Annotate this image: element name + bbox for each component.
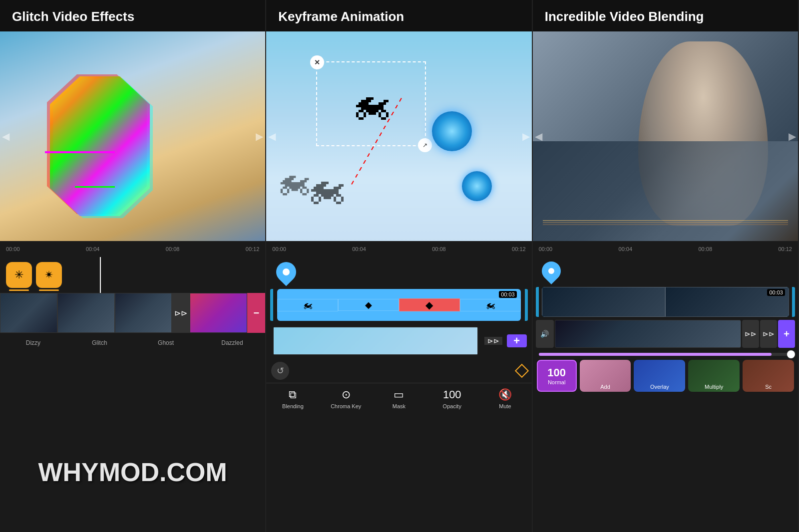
panel-blending: Incredible Video Blending ◀ ▶ 00:00 00:0… bbox=[533, 0, 799, 532]
panel-blending-header: Incredible Video Blending bbox=[533, 0, 798, 31]
kf-selection-box[interactable]: ✕ ↗ 🏍 bbox=[316, 61, 426, 146]
preset-sc[interactable]: Sc bbox=[743, 360, 794, 392]
kf-timeline-area: 🏍 ◆ ◆ 🏍 00:03 ⊳⊳ + ↺ ⧉ Ble bbox=[266, 257, 531, 532]
blend-vol-btn[interactable]: 🔊 bbox=[536, 320, 554, 348]
kf-pin[interactable] bbox=[272, 258, 301, 286]
kf-time-12: 00:12 bbox=[512, 246, 526, 252]
glitch-effect-labels: Dizzy Glitch Ghost Dazzled bbox=[0, 334, 265, 352]
time-8: 00:08 bbox=[166, 246, 180, 252]
blend-next-arrow-icon[interactable]: ▶ bbox=[789, 130, 796, 142]
blend-pin-inner bbox=[548, 268, 554, 274]
kf-time-markers: 00:00 00:04 00:08 00:12 bbox=[270, 246, 527, 252]
keyframe-video-preview: 🏍 🏍 ✕ ↗ 🏍 ◀ ▶ bbox=[266, 31, 531, 241]
opacity-icon: 100 bbox=[443, 388, 461, 401]
blend-add-btn[interactable]: + bbox=[778, 320, 795, 348]
strip-ghost[interactable] bbox=[115, 293, 172, 333]
kf-next-arrow-icon[interactable]: ▶ bbox=[522, 130, 530, 142]
panel-keyframe: Keyframe Animation 🏍 🏍 ✕ ↗ 🏍 ◀ ▶ 00:00 0… bbox=[266, 0, 532, 532]
preset-multiply-label: Multiply bbox=[688, 384, 740, 390]
tool-mask[interactable]: ▭ Mask bbox=[373, 388, 425, 409]
glitch-figure bbox=[30, 66, 170, 226]
keyframe-bg: 🏍 🏍 ✕ ↗ 🏍 bbox=[266, 31, 531, 241]
label-glitch: Glitch bbox=[66, 339, 133, 346]
preset-overlay[interactable]: Overlay bbox=[634, 360, 685, 392]
blend-prev-arrow-icon[interactable]: ◀ bbox=[535, 130, 542, 142]
blend-clip-time: 00:03 bbox=[767, 289, 785, 296]
glitch-bg bbox=[0, 31, 265, 241]
blend-pin[interactable] bbox=[538, 258, 565, 284]
blend-city bbox=[533, 141, 798, 241]
blend-skip-btn-2[interactable]: ⊳⊳ bbox=[760, 320, 777, 348]
next-arrow-icon[interactable]: ▶ bbox=[256, 130, 263, 142]
label-dizzy: Dizzy bbox=[0, 339, 66, 346]
blend-clip-right-border bbox=[792, 287, 795, 317]
kf-diamond-icon[interactable] bbox=[515, 364, 529, 378]
blend-presets-row: 100 Normal Add Overlay Multiply Sc bbox=[533, 360, 798, 396]
kf-clip-cell-1: 🏍 bbox=[277, 299, 338, 311]
blend-clip-left-border bbox=[536, 287, 539, 317]
panel-blending-title: Incredible Video Blending bbox=[545, 9, 786, 24]
prev-arrow-icon[interactable]: ◀ bbox=[2, 130, 9, 142]
blend-clip-row: 00:03 bbox=[533, 285, 798, 319]
preset-multiply[interactable]: Multiply bbox=[688, 360, 740, 392]
chromakey-icon: ⊙ bbox=[342, 388, 351, 401]
moto-main: 🏍 bbox=[317, 62, 425, 145]
glitch-time-markers: 00:00 00:04 00:08 00:12 bbox=[4, 246, 261, 252]
panel-glitch: Glitch Video Effects ◀ ▶ 00:00 00:04 00:… bbox=[0, 0, 266, 532]
strip-skip-btn[interactable]: ⊳⊳ bbox=[172, 293, 190, 333]
kf-scrub-row: ↺ bbox=[266, 359, 531, 383]
blend-clip-track[interactable]: 00:03 bbox=[542, 287, 789, 317]
preset-normal[interactable]: 100 Normal bbox=[537, 360, 577, 392]
blend-skip-btn[interactable]: ⊳⊳ bbox=[742, 320, 759, 348]
mask-icon: ▭ bbox=[394, 388, 404, 401]
kf-orb-large bbox=[432, 111, 472, 151]
mask-label: Mask bbox=[393, 403, 405, 409]
blend-bg-track-row: 🔊 ⊳⊳ ⊳⊳ + bbox=[536, 320, 795, 348]
time-0: 00:00 bbox=[6, 246, 20, 252]
blend-bg-cell bbox=[555, 320, 741, 348]
blend-time-4: 00:04 bbox=[619, 246, 633, 252]
mute-icon: 🔇 bbox=[498, 388, 512, 401]
panel-glitch-header: Glitch Video Effects bbox=[0, 0, 265, 31]
kf-bg-cell bbox=[273, 327, 477, 355]
opacity-label: Opacity bbox=[443, 403, 461, 409]
glitch-effects-area: ✳ ✴ ⊳⊳ − WHYMOD.COM Dizzy Glitch Ghost D… bbox=[0, 257, 265, 532]
label-ghost: Ghost bbox=[133, 339, 199, 346]
kf-add-btn[interactable]: + bbox=[507, 334, 527, 347]
blend-opacity-slider[interactable] bbox=[539, 353, 792, 356]
kf-end-btn[interactable]: ⊳⊳ bbox=[484, 337, 502, 345]
blend-slider-thumb[interactable] bbox=[787, 350, 795, 358]
panel-keyframe-header: Keyframe Animation bbox=[266, 0, 531, 31]
glitch-timeline-bar: 00:00 00:04 00:08 00:12 bbox=[0, 241, 265, 257]
blending-icon: ⧉ bbox=[289, 388, 297, 401]
blend-time-12: 00:12 bbox=[778, 246, 792, 252]
kf-resize-btn[interactable]: ↗ bbox=[418, 138, 432, 152]
blending-label: Blending bbox=[282, 403, 304, 409]
blend-timeline-area: 00:03 🔊 ⊳⊳ ⊳⊳ + 100 Normal Ad bbox=[533, 257, 798, 532]
kf-undo-btn[interactable]: ↺ bbox=[271, 362, 289, 380]
time-12: 00:12 bbox=[246, 246, 260, 252]
blend-time-markers: 00:00 00:04 00:08 00:12 bbox=[537, 246, 794, 252]
tool-mute[interactable]: 🔇 Mute bbox=[478, 388, 531, 409]
effect-dizzy-icon[interactable]: ✳ bbox=[6, 262, 32, 288]
tool-opacity[interactable]: 100 Opacity bbox=[425, 388, 478, 409]
tool-blending[interactable]: ⧉ Blending bbox=[266, 388, 319, 409]
kf-prev-arrow-icon[interactable]: ◀ bbox=[268, 130, 276, 142]
blend-time-8: 00:08 bbox=[699, 246, 713, 252]
strip-dazzled[interactable] bbox=[190, 293, 247, 333]
strip-glitch[interactable] bbox=[57, 293, 115, 333]
blend-video-preview: ◀ ▶ bbox=[533, 31, 798, 241]
kf-clip-cell-3: ◆ bbox=[399, 298, 460, 311]
strip-remove-btn[interactable]: − bbox=[247, 293, 265, 333]
kf-clip-track[interactable]: 🏍 ◆ ◆ 🏍 00:03 bbox=[277, 289, 520, 321]
mute-label: Mute bbox=[499, 403, 511, 409]
strip-dizzy[interactable] bbox=[0, 293, 57, 333]
glitch-figure-body bbox=[50, 76, 150, 216]
kf-time-8: 00:08 bbox=[432, 246, 446, 252]
glitch-strip-row: ⊳⊳ − bbox=[0, 293, 265, 333]
glitch-video-preview: ◀ ▶ bbox=[0, 31, 265, 241]
tool-chromakey[interactable]: ⊙ Chroma Key bbox=[320, 388, 373, 409]
panel-glitch-title: Glitch Video Effects bbox=[12, 9, 253, 24]
effect-glitch-icon[interactable]: ✴ bbox=[36, 262, 62, 288]
preset-add[interactable]: Add bbox=[580, 360, 631, 392]
